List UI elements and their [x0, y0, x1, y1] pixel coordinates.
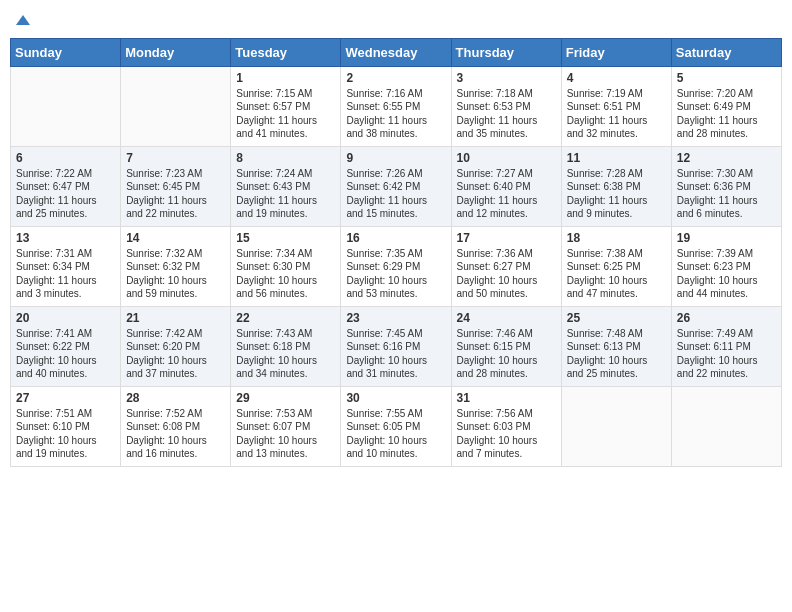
calendar-cell: 6Sunrise: 7:22 AM Sunset: 6:47 PM Daylig… — [11, 146, 121, 226]
day-detail: Sunrise: 7:39 AM Sunset: 6:23 PM Dayligh… — [677, 247, 776, 301]
day-number: 10 — [457, 151, 556, 165]
day-number: 25 — [567, 311, 666, 325]
day-number: 24 — [457, 311, 556, 325]
calendar-cell: 13Sunrise: 7:31 AM Sunset: 6:34 PM Dayli… — [11, 226, 121, 306]
day-detail: Sunrise: 7:19 AM Sunset: 6:51 PM Dayligh… — [567, 87, 666, 141]
calendar-cell: 28Sunrise: 7:52 AM Sunset: 6:08 PM Dayli… — [121, 386, 231, 466]
day-detail: Sunrise: 7:36 AM Sunset: 6:27 PM Dayligh… — [457, 247, 556, 301]
day-detail: Sunrise: 7:46 AM Sunset: 6:15 PM Dayligh… — [457, 327, 556, 381]
calendar-cell — [11, 66, 121, 146]
calendar-cell: 30Sunrise: 7:55 AM Sunset: 6:05 PM Dayli… — [341, 386, 451, 466]
calendar-cell: 25Sunrise: 7:48 AM Sunset: 6:13 PM Dayli… — [561, 306, 671, 386]
day-header-wednesday: Wednesday — [341, 38, 451, 66]
day-detail: Sunrise: 7:55 AM Sunset: 6:05 PM Dayligh… — [346, 407, 445, 461]
calendar-cell: 16Sunrise: 7:35 AM Sunset: 6:29 PM Dayli… — [341, 226, 451, 306]
day-number: 4 — [567, 71, 666, 85]
day-number: 16 — [346, 231, 445, 245]
calendar-header-row: SundayMondayTuesdayWednesdayThursdayFrid… — [11, 38, 782, 66]
day-detail: Sunrise: 7:28 AM Sunset: 6:38 PM Dayligh… — [567, 167, 666, 221]
day-number: 15 — [236, 231, 335, 245]
calendar-cell: 22Sunrise: 7:43 AM Sunset: 6:18 PM Dayli… — [231, 306, 341, 386]
day-number: 22 — [236, 311, 335, 325]
calendar-cell: 7Sunrise: 7:23 AM Sunset: 6:45 PM Daylig… — [121, 146, 231, 226]
calendar-cell: 12Sunrise: 7:30 AM Sunset: 6:36 PM Dayli… — [671, 146, 781, 226]
day-detail: Sunrise: 7:16 AM Sunset: 6:55 PM Dayligh… — [346, 87, 445, 141]
day-detail: Sunrise: 7:52 AM Sunset: 6:08 PM Dayligh… — [126, 407, 225, 461]
day-detail: Sunrise: 7:51 AM Sunset: 6:10 PM Dayligh… — [16, 407, 115, 461]
calendar-cell: 14Sunrise: 7:32 AM Sunset: 6:32 PM Dayli… — [121, 226, 231, 306]
calendar-cell — [121, 66, 231, 146]
day-number: 6 — [16, 151, 115, 165]
calendar-week-row: 27Sunrise: 7:51 AM Sunset: 6:10 PM Dayli… — [11, 386, 782, 466]
calendar-week-row: 1Sunrise: 7:15 AM Sunset: 6:57 PM Daylig… — [11, 66, 782, 146]
calendar-cell: 23Sunrise: 7:45 AM Sunset: 6:16 PM Dayli… — [341, 306, 451, 386]
day-detail: Sunrise: 7:18 AM Sunset: 6:53 PM Dayligh… — [457, 87, 556, 141]
day-number: 21 — [126, 311, 225, 325]
day-header-tuesday: Tuesday — [231, 38, 341, 66]
calendar-table: SundayMondayTuesdayWednesdayThursdayFrid… — [10, 38, 782, 467]
calendar-cell: 8Sunrise: 7:24 AM Sunset: 6:43 PM Daylig… — [231, 146, 341, 226]
day-number: 8 — [236, 151, 335, 165]
day-detail: Sunrise: 7:31 AM Sunset: 6:34 PM Dayligh… — [16, 247, 115, 301]
day-detail: Sunrise: 7:41 AM Sunset: 6:22 PM Dayligh… — [16, 327, 115, 381]
day-detail: Sunrise: 7:38 AM Sunset: 6:25 PM Dayligh… — [567, 247, 666, 301]
day-detail: Sunrise: 7:20 AM Sunset: 6:49 PM Dayligh… — [677, 87, 776, 141]
day-number: 9 — [346, 151, 445, 165]
page-header — [10, 10, 782, 30]
calendar-cell: 18Sunrise: 7:38 AM Sunset: 6:25 PM Dayli… — [561, 226, 671, 306]
day-header-friday: Friday — [561, 38, 671, 66]
day-detail: Sunrise: 7:22 AM Sunset: 6:47 PM Dayligh… — [16, 167, 115, 221]
day-number: 19 — [677, 231, 776, 245]
day-number: 5 — [677, 71, 776, 85]
calendar-cell: 20Sunrise: 7:41 AM Sunset: 6:22 PM Dayli… — [11, 306, 121, 386]
svg-marker-0 — [16, 15, 30, 25]
day-detail: Sunrise: 7:42 AM Sunset: 6:20 PM Dayligh… — [126, 327, 225, 381]
calendar-cell: 1Sunrise: 7:15 AM Sunset: 6:57 PM Daylig… — [231, 66, 341, 146]
calendar-week-row: 20Sunrise: 7:41 AM Sunset: 6:22 PM Dayli… — [11, 306, 782, 386]
calendar-cell: 3Sunrise: 7:18 AM Sunset: 6:53 PM Daylig… — [451, 66, 561, 146]
calendar-cell: 24Sunrise: 7:46 AM Sunset: 6:15 PM Dayli… — [451, 306, 561, 386]
calendar-cell: 19Sunrise: 7:39 AM Sunset: 6:23 PM Dayli… — [671, 226, 781, 306]
calendar-cell: 15Sunrise: 7:34 AM Sunset: 6:30 PM Dayli… — [231, 226, 341, 306]
day-number: 14 — [126, 231, 225, 245]
day-number: 7 — [126, 151, 225, 165]
day-detail: Sunrise: 7:27 AM Sunset: 6:40 PM Dayligh… — [457, 167, 556, 221]
calendar-cell — [561, 386, 671, 466]
calendar-cell: 31Sunrise: 7:56 AM Sunset: 6:03 PM Dayli… — [451, 386, 561, 466]
day-detail: Sunrise: 7:26 AM Sunset: 6:42 PM Dayligh… — [346, 167, 445, 221]
day-number: 23 — [346, 311, 445, 325]
day-number: 18 — [567, 231, 666, 245]
calendar-cell: 11Sunrise: 7:28 AM Sunset: 6:38 PM Dayli… — [561, 146, 671, 226]
logo — [14, 10, 30, 30]
day-number: 31 — [457, 391, 556, 405]
calendar-cell: 2Sunrise: 7:16 AM Sunset: 6:55 PM Daylig… — [341, 66, 451, 146]
day-header-monday: Monday — [121, 38, 231, 66]
day-number: 11 — [567, 151, 666, 165]
day-detail: Sunrise: 7:35 AM Sunset: 6:29 PM Dayligh… — [346, 247, 445, 301]
day-detail: Sunrise: 7:34 AM Sunset: 6:30 PM Dayligh… — [236, 247, 335, 301]
calendar-cell: 29Sunrise: 7:53 AM Sunset: 6:07 PM Dayli… — [231, 386, 341, 466]
calendar-cell: 10Sunrise: 7:27 AM Sunset: 6:40 PM Dayli… — [451, 146, 561, 226]
day-number: 26 — [677, 311, 776, 325]
day-detail: Sunrise: 7:48 AM Sunset: 6:13 PM Dayligh… — [567, 327, 666, 381]
calendar-cell: 21Sunrise: 7:42 AM Sunset: 6:20 PM Dayli… — [121, 306, 231, 386]
day-number: 1 — [236, 71, 335, 85]
calendar-week-row: 6Sunrise: 7:22 AM Sunset: 6:47 PM Daylig… — [11, 146, 782, 226]
calendar-cell: 17Sunrise: 7:36 AM Sunset: 6:27 PM Dayli… — [451, 226, 561, 306]
calendar-cell: 9Sunrise: 7:26 AM Sunset: 6:42 PM Daylig… — [341, 146, 451, 226]
day-header-sunday: Sunday — [11, 38, 121, 66]
day-number: 3 — [457, 71, 556, 85]
day-detail: Sunrise: 7:49 AM Sunset: 6:11 PM Dayligh… — [677, 327, 776, 381]
calendar-cell: 5Sunrise: 7:20 AM Sunset: 6:49 PM Daylig… — [671, 66, 781, 146]
day-number: 13 — [16, 231, 115, 245]
day-detail: Sunrise: 7:30 AM Sunset: 6:36 PM Dayligh… — [677, 167, 776, 221]
day-detail: Sunrise: 7:15 AM Sunset: 6:57 PM Dayligh… — [236, 87, 335, 141]
day-detail: Sunrise: 7:23 AM Sunset: 6:45 PM Dayligh… — [126, 167, 225, 221]
day-header-saturday: Saturday — [671, 38, 781, 66]
day-detail: Sunrise: 7:45 AM Sunset: 6:16 PM Dayligh… — [346, 327, 445, 381]
calendar-cell: 4Sunrise: 7:19 AM Sunset: 6:51 PM Daylig… — [561, 66, 671, 146]
calendar-cell: 26Sunrise: 7:49 AM Sunset: 6:11 PM Dayli… — [671, 306, 781, 386]
day-number: 27 — [16, 391, 115, 405]
day-number: 17 — [457, 231, 556, 245]
day-number: 20 — [16, 311, 115, 325]
